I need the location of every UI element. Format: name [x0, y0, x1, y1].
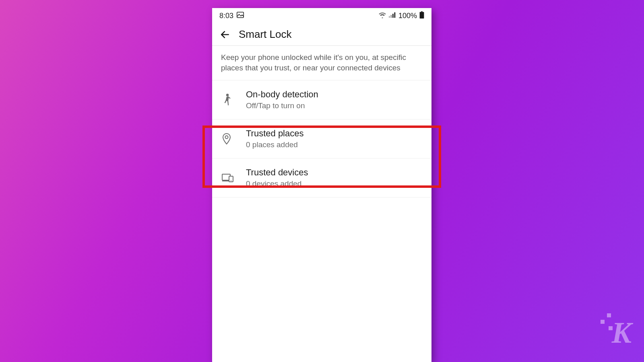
item-title: On-body detection: [246, 89, 423, 100]
svg-rect-4: [394, 12, 395, 18]
devices-icon: [222, 173, 234, 183]
svg-rect-3: [392, 14, 394, 18]
picture-icon: [237, 12, 244, 20]
svg-point-9: [225, 136, 228, 139]
item-trusted-devices[interactable]: Trusted devices 0 devices added: [212, 158, 431, 197]
status-battery-text: 100%: [398, 12, 417, 20]
status-bar: 8:03: [212, 8, 431, 23]
item-subtitle: 0 devices added: [246, 179, 423, 188]
page-title: Smart Lock: [239, 28, 292, 41]
svg-rect-0: [237, 12, 244, 18]
battery-icon: [419, 11, 424, 21]
svg-point-13: [231, 180, 231, 181]
item-subtitle: 0 places added: [246, 140, 423, 149]
item-title: Trusted devices: [246, 167, 423, 178]
item-title: Trusted places: [246, 128, 423, 139]
svg-rect-5: [421, 11, 423, 12]
wifi-icon: [378, 12, 386, 20]
watermark-letter: K: [612, 316, 630, 349]
phone-frame: 8:03: [212, 8, 431, 362]
svg-rect-1: [389, 16, 390, 18]
arrow-left-icon: [220, 29, 230, 40]
item-subtitle: Off/Tap to turn on: [246, 101, 423, 110]
location-pin-icon: [222, 133, 231, 145]
status-time: 8:03: [219, 12, 233, 20]
item-on-body-detection[interactable]: On-body detection Off/Tap to turn on: [212, 80, 431, 119]
page-description: Keep your phone unlocked while it's on y…: [212, 46, 431, 80]
watermark-dots-icon: [601, 313, 613, 330]
signal-icon: [389, 12, 396, 20]
title-bar: Smart Lock: [212, 23, 431, 46]
walking-person-icon: [222, 93, 232, 106]
svg-rect-6: [420, 12, 424, 18]
svg-rect-2: [390, 15, 392, 18]
watermark: K: [612, 316, 630, 350]
svg-point-8: [226, 94, 229, 96]
back-button[interactable]: [216, 26, 234, 43]
item-trusted-places[interactable]: Trusted places 0 places added: [212, 119, 431, 158]
